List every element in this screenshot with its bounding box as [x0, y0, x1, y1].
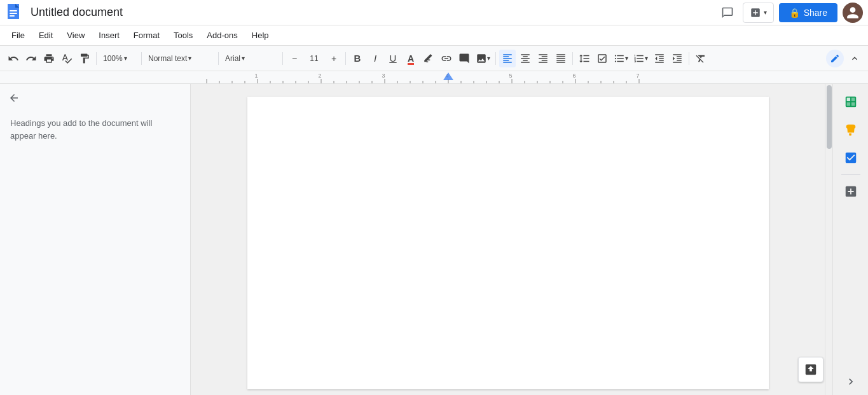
- highlight-button[interactable]: [420, 50, 437, 67]
- outline-sidebar: Headings you add to the document will ap…: [0, 84, 191, 395]
- divider-5: [345, 52, 346, 65]
- comment-button[interactable]: [456, 50, 472, 67]
- chat-icon-btn[interactable]: [717, 3, 738, 23]
- scrollbar[interactable]: [825, 84, 832, 395]
- text-color-icon: A: [408, 53, 414, 64]
- svg-rect-3: [10, 10, 17, 11]
- indent-increase-button[interactable]: [669, 50, 685, 67]
- align-right-button[interactable]: [535, 50, 551, 67]
- svg-text:3: 3: [382, 73, 385, 79]
- zoom-select[interactable]: 100% ▾: [100, 50, 138, 67]
- document-page[interactable]: [247, 97, 769, 389]
- svg-rect-5: [10, 15, 15, 17]
- text-color-indicator: [408, 63, 414, 65]
- expand-right-panel-button[interactable]: [844, 375, 857, 390]
- tasks-icon-btn[interactable]: [838, 145, 864, 170]
- chevron-down-icon: ▾: [764, 9, 767, 16]
- svg-text:2: 2: [318, 73, 321, 79]
- share-button[interactable]: 🔒 Share: [779, 3, 837, 22]
- divider-8: [689, 52, 689, 65]
- divider-2: [141, 52, 142, 65]
- sidebar-hint-text: Headings you add to the document will ap…: [5, 112, 185, 147]
- divider-6: [495, 52, 496, 65]
- toolbar: 100% ▾ Normal text ▾ Arial ▾ − 11 + B I …: [0, 46, 868, 71]
- text-color-button[interactable]: A: [403, 50, 419, 67]
- link-button[interactable]: [438, 50, 455, 67]
- underline-button[interactable]: U: [385, 50, 401, 67]
- font-size-input[interactable]: 11: [303, 50, 326, 67]
- line-spacing-button[interactable]: [576, 50, 593, 67]
- sidebar-back-button[interactable]: [5, 89, 23, 107]
- svg-rect-51: [851, 98, 855, 102]
- text-style-chevron-icon: ▾: [188, 55, 191, 62]
- menu-tools[interactable]: Tools: [167, 28, 199, 43]
- redo-button[interactable]: [23, 50, 39, 67]
- keep-icon-btn[interactable]: [838, 117, 864, 142]
- menu-addons[interactable]: Add-ons: [200, 28, 244, 43]
- numbered-list-chevron-icon: ▾: [645, 55, 648, 62]
- align-center-button[interactable]: [517, 50, 534, 67]
- sheets-icon-btn[interactable]: [838, 89, 864, 114]
- font-size-group: − 11 +: [286, 50, 342, 67]
- docs-logo-icon: [5, 3, 25, 23]
- menu-edit[interactable]: Edit: [32, 28, 59, 43]
- menu-bar: File Edit View Insert Format Tools Add-o…: [0, 25, 868, 46]
- align-left-button[interactable]: [499, 50, 516, 67]
- image-button[interactable]: ▾: [474, 50, 492, 67]
- divider-1: [96, 52, 97, 65]
- font-size-decrease-button[interactable]: −: [286, 50, 303, 67]
- document-title[interactable]: Untitled document: [31, 6, 717, 19]
- svg-rect-4: [10, 13, 17, 14]
- svg-rect-50: [846, 98, 850, 102]
- expand-toolbar-button[interactable]: [846, 50, 863, 67]
- divider-3: [218, 52, 219, 65]
- menu-insert[interactable]: Insert: [92, 28, 126, 43]
- menu-help[interactable]: Help: [245, 28, 275, 43]
- floating-action-button[interactable]: [798, 357, 823, 382]
- document-canvas[interactable]: [191, 84, 825, 395]
- editing-mode-group: [826, 50, 863, 67]
- menu-view[interactable]: View: [60, 28, 91, 43]
- menu-file[interactable]: File: [5, 28, 31, 43]
- font-size-increase-button[interactable]: +: [326, 50, 342, 67]
- text-style-select[interactable]: Normal text ▾: [145, 50, 215, 67]
- print-button[interactable]: [41, 50, 57, 67]
- lock-icon: 🔒: [789, 8, 800, 18]
- bold-button[interactable]: B: [349, 50, 366, 67]
- svg-text:6: 6: [572, 73, 575, 79]
- right-panel-divider: [841, 174, 860, 175]
- italic-button[interactable]: I: [367, 50, 383, 67]
- bullet-list-button[interactable]: ▾: [612, 50, 630, 67]
- ruler: 1 2 3 4 5 6 7: [0, 71, 868, 84]
- create-new-btn[interactable]: ▾: [743, 3, 774, 23]
- editing-mode-button[interactable]: [826, 50, 844, 67]
- align-justify-button[interactable]: [553, 50, 569, 67]
- numbered-list-button[interactable]: ▾: [631, 50, 650, 67]
- right-panel: [832, 84, 868, 395]
- menu-format[interactable]: Format: [127, 28, 166, 43]
- image-chevron-icon: ▾: [487, 55, 490, 62]
- bullet-list-chevron-icon: ▾: [625, 55, 628, 62]
- svg-rect-52: [846, 102, 850, 106]
- scrollbar-thumb[interactable]: [827, 85, 832, 149]
- checklist-button[interactable]: [594, 50, 610, 67]
- divider-4: [282, 52, 283, 65]
- svg-text:7: 7: [636, 73, 639, 79]
- divider-7: [572, 52, 573, 65]
- font-chevron-icon: ▾: [242, 55, 245, 62]
- add-panel-button[interactable]: [838, 179, 864, 204]
- zoom-chevron-icon: ▾: [124, 55, 127, 62]
- paint-format-button[interactable]: [76, 50, 93, 67]
- clear-formatting-button[interactable]: [692, 50, 709, 67]
- svg-text:5: 5: [509, 73, 512, 79]
- spellcheck-button[interactable]: [59, 50, 75, 67]
- svg-marker-48: [443, 73, 453, 80]
- font-name-select[interactable]: Arial ▾: [222, 50, 279, 67]
- indent-decrease-button[interactable]: [651, 50, 668, 67]
- svg-text:1: 1: [254, 73, 258, 79]
- svg-rect-53: [851, 102, 855, 106]
- undo-button[interactable]: [5, 50, 22, 67]
- user-avatar[interactable]: [843, 3, 863, 23]
